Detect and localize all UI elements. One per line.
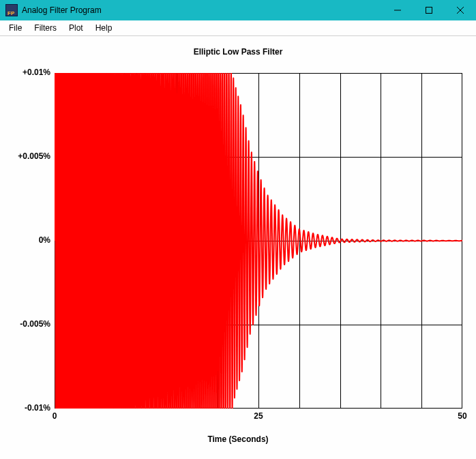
y-tick-label: +0.005%	[3, 151, 50, 161]
x-tick-label: 25	[254, 411, 263, 421]
menu-plot[interactable]: Plot	[63, 22, 89, 34]
plot-container: Elliptic Low Pass Filter Time (Seconds) …	[0, 36, 476, 459]
minimize-button[interactable]	[382, 0, 413, 20]
x-axis-label: Time (Seconds)	[0, 434, 476, 444]
y-tick-label: 0%	[3, 235, 50, 245]
close-button[interactable]	[445, 0, 476, 20]
y-tick-label: +0.01%	[3, 68, 50, 77]
window-title: Analog Filter Program	[22, 5, 102, 15]
x-tick-label: 50	[458, 411, 466, 421]
maximize-icon	[426, 7, 432, 14]
close-icon	[457, 7, 464, 14]
maximize-button[interactable]	[413, 0, 445, 20]
window-controls	[382, 0, 476, 20]
chart-title: Elliptic Low Pass Filter	[0, 47, 476, 57]
menu-file[interactable]: File	[3, 22, 28, 34]
title-bar: Analog Filter Program	[0, 0, 476, 20]
y-tick-label: -0.005%	[3, 319, 50, 329]
svg-rect-0	[426, 8, 432, 14]
menu-bar: File Filters Plot Help	[0, 20, 476, 36]
menu-filters[interactable]: Filters	[28, 22, 63, 34]
y-tick-label: -0.01%	[3, 403, 50, 413]
menu-help[interactable]: Help	[89, 22, 119, 34]
minimize-icon	[394, 7, 401, 14]
x-tick-label: 0	[53, 411, 57, 421]
chart-canvas	[55, 73, 462, 409]
app-icon	[5, 4, 18, 16]
